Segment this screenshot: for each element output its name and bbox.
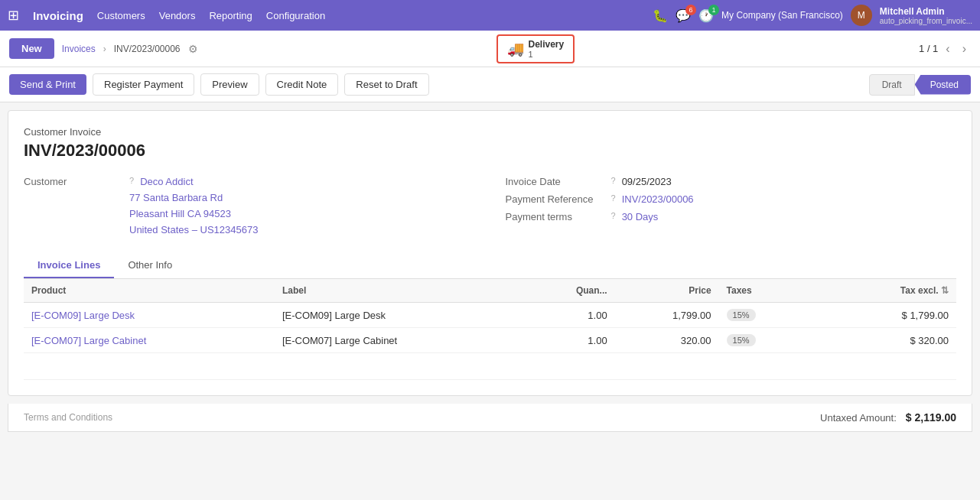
bug-icon[interactable]: 🐛 [653,8,668,23]
cell-empty [804,303,834,328]
untaxed-value: $ 2,119.00 [906,411,956,424]
payment-terms-label: Payment terms [506,211,605,222]
customer-label: Customer [24,176,123,187]
cell-empty [804,328,834,353]
credit-note-button[interactable]: Credit Note [265,73,339,96]
payment-reference-row: Payment Reference ? INV/2023/00006 [506,193,957,205]
topnav-right: 🐛 💬 6 🕐 1 My Company (San Francisco) M M… [653,5,972,26]
register-payment-button[interactable]: Register Payment [93,73,194,96]
reset-to-draft-button[interactable]: Reset to Draft [344,73,428,96]
customer-field-row: Customer ? Deco Addict [24,176,475,187]
company-label[interactable]: My Company (San Francisco) [721,10,843,21]
pagination-info: 1 / 1 [919,43,938,54]
cell-quantity: 1.00 [526,303,615,328]
payment-reference-label: Payment Reference [506,193,605,205]
invoice-date-label: Invoice Date [506,176,605,187]
status-posted: Posted [915,75,971,95]
activity-icon[interactable]: 🕐 1 [698,8,714,23]
col-price: Price [615,279,719,303]
top-navigation: ⊞ Invoicing Customers Vendors Reporting … [0,0,980,31]
breadcrumb-parent[interactable]: Invoices [62,44,96,54]
user-name: Mitchell Admin [880,6,972,17]
cell-product[interactable]: [E-COM07] Large Cabinet [24,328,275,353]
status-bar: Draft Posted [869,74,971,96]
delivery-button[interactable]: 🚚 Delivery 1 [497,34,575,63]
breadcrumb-current: INV/2023/00006 [114,44,181,54]
nav-customers[interactable]: Customers [97,10,145,21]
status-draft: Draft [869,74,915,96]
address-line3: United States – US12345673 [129,222,475,239]
pagination: 1 / 1 ‹ › [919,41,971,57]
invoice-date-value: 09/25/2023 [622,176,672,187]
breadcrumb-separator: › [103,44,106,54]
delivery-info: Delivery 1 [529,39,565,59]
tab-other-info[interactable]: Other Info [114,253,186,278]
column-settings-icon[interactable]: ⇅ [941,285,949,296]
payment-terms-row: Payment terms ? 30 Days [506,211,957,222]
pagination-next[interactable]: › [958,41,971,57]
brand-label[interactable]: Invoicing [33,9,83,22]
chat-icon[interactable]: 💬 6 [676,8,691,23]
nav-reporting[interactable]: Reporting [209,10,252,21]
col-quantity: Quan... [526,279,615,303]
main-content: Customer Invoice INV/2023/00006 Customer… [8,110,972,396]
preview-button[interactable]: Preview [200,73,259,96]
invoice-type: Customer Invoice [24,126,956,138]
table-row: [E-COM09] Large Desk [E-COM09] Large Des… [24,303,956,328]
invoice-info-grid: Customer ? Deco Addict 77 Santa Barbara … [24,176,956,238]
cell-product[interactable]: [E-COM09] Large Desk [24,303,275,328]
apps-icon[interactable]: ⊞ [8,7,19,24]
untaxed-label: Untaxed Amount: [820,412,897,424]
action-bar: Send & Print Register Payment Preview Cr… [0,67,980,102]
col-tax-excl: Tax excl. ⇅ [834,279,956,303]
cell-price: 1,799.00 [615,303,719,328]
payment-terms-help: ? [611,211,616,220]
settings-icon[interactable]: ⚙ [188,43,198,55]
info-left: Customer ? Deco Addict 77 Santa Barbara … [24,176,475,238]
nav-vendors[interactable]: Vendors [159,10,196,21]
tab-bar: Invoice Lines Other Info [24,253,956,279]
chat-badge: 6 [685,5,696,15]
invoice-table: Product Label Quan... Price Taxes Tax ex… [24,279,956,380]
address-line1: 77 Santa Barbara Rd [129,190,475,206]
customer-help: ? [129,176,134,185]
payment-reference-help: ? [611,193,616,203]
col-label: Label [275,279,526,303]
payment-reference-value[interactable]: INV/2023/00006 [622,193,694,205]
delivery-label: Delivery [529,39,565,50]
table-row: [E-COM07] Large Cabinet [E-COM07] Large … [24,328,956,353]
activity-badge: 1 [708,5,719,15]
terms-label: Terms and Conditions [24,412,112,423]
delivery-count: 1 [529,50,565,59]
address-line2: Pleasant Hill CA 94523 [129,206,475,222]
cell-quantity: 1.00 [526,328,615,353]
totals: Untaxed Amount: $ 2,119.00 [820,411,956,424]
sub-bar: New Invoices › INV/2023/00006 ⚙ 🚚 Delive… [0,31,980,67]
col-product: Product [24,279,275,303]
cell-taxes: 15% [719,328,805,353]
tab-invoice-lines[interactable]: Invoice Lines [24,253,114,278]
user-info: Mitchell Admin auto_picking_from_invoic.… [880,6,972,25]
payment-terms-value[interactable]: 30 Days [622,211,659,222]
customer-value[interactable]: Deco Addict [140,176,193,187]
delivery-truck-icon: 🚚 [507,41,524,57]
send-print-button[interactable]: Send & Print [9,74,86,95]
avatar[interactable]: M [851,5,872,26]
col-empty [804,279,834,303]
col-taxes: Taxes [719,279,805,303]
customer-address: 77 Santa Barbara Rd Pleasant Hill CA 945… [129,190,475,238]
cell-price: 320.00 [615,328,719,353]
invoice-date-help: ? [611,176,616,185]
nav-configuration[interactable]: Configuration [266,10,325,21]
nav-menu: Customers Vendors Reporting Configuratio… [97,10,325,21]
invoice-date-row: Invoice Date ? 09/25/2023 [506,176,957,187]
footer-bar: Terms and Conditions Untaxed Amount: $ 2… [8,404,972,432]
user-subtitle: auto_picking_from_invoic... [880,17,972,25]
info-right: Invoice Date ? 09/25/2023 Payment Refere… [506,176,957,238]
cell-label: [E-COM07] Large Cabinet [275,328,526,353]
invoice-number: INV/2023/00006 [24,141,956,161]
pagination-prev[interactable]: ‹ [941,41,954,57]
new-button[interactable]: New [9,38,54,59]
cell-label: [E-COM09] Large Desk [275,303,526,328]
cell-tax-excl: $ 1,799.00 [834,303,956,328]
